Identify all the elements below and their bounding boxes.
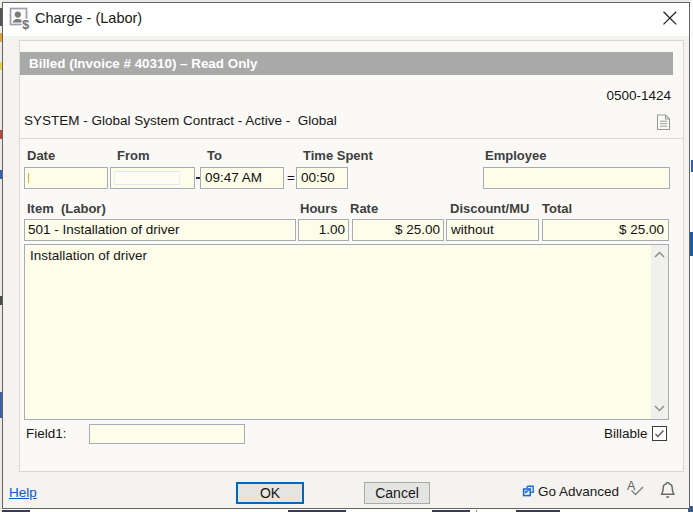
svg-text:$: $ [22, 18, 29, 32]
